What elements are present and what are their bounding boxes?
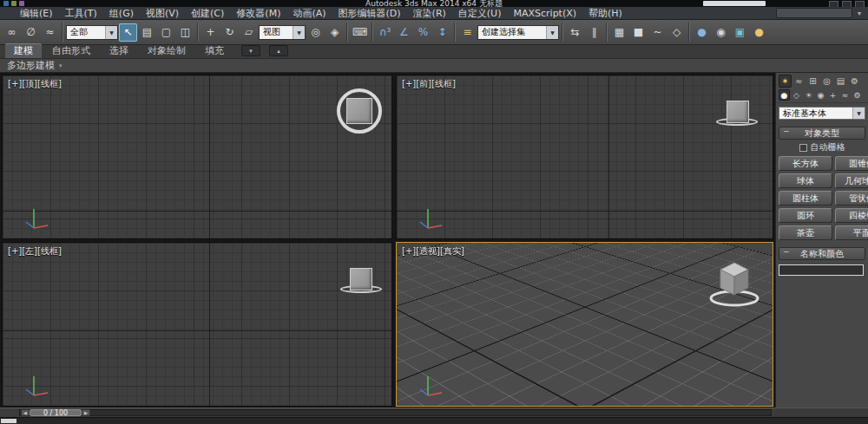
edit-named-sets-icon[interactable]: ≡ [458, 23, 477, 42]
button-sphere[interactable]: 球体 [779, 173, 832, 188]
bind-to-spacewarp-icon[interactable]: ≈ [41, 23, 59, 42]
viewport-label-top[interactable]: [+][顶][线框] [8, 78, 62, 90]
use-pivot-center-icon[interactable]: ◎ [306, 23, 325, 42]
menu-tools[interactable]: 工具(T) [59, 7, 103, 19]
menu-maxscript[interactable]: MAXScript(X) [507, 7, 582, 19]
scene-box-left[interactable] [350, 268, 372, 290]
rollout-object-type[interactable]: − 对象类型 [779, 127, 865, 140]
window-controls[interactable] [829, 1, 865, 7]
button-cone[interactable]: 圆锥体 [835, 156, 868, 171]
button-cylinder[interactable]: 圆柱体 [779, 191, 832, 205]
workspace-selector[interactable] [776, 8, 852, 18]
category-shapes[interactable]: ◇ [791, 89, 802, 101]
previous-frame-button[interactable]: ◀ [21, 409, 30, 416]
viewport-label-left[interactable]: [+][左][线框] [8, 245, 62, 258]
tab-modify[interactable]: ≈ [792, 75, 806, 88]
menu-graph-editors[interactable]: 图形编辑器(D) [332, 7, 407, 19]
category-lights[interactable]: ☀ [803, 89, 814, 101]
viewport-left[interactable]: [+][左][线框] [2, 242, 392, 407]
viewport-top[interactable]: [+][顶][线框] [2, 75, 392, 239]
angle-snap-icon[interactable]: ∠ [395, 23, 413, 42]
grid-axis [209, 243, 210, 406]
material-editor-icon[interactable]: ● [693, 23, 711, 42]
autogrid-checkbox[interactable] [799, 144, 807, 152]
spinner-snap-icon[interactable]: ↕ [433, 23, 451, 42]
tab-populate[interactable]: 填充 [196, 43, 233, 58]
button-torus[interactable]: 圆环 [779, 208, 832, 223]
mirror-icon[interactable]: ⇆ [566, 23, 584, 42]
keyboard-override-icon[interactable]: ⌨ [351, 23, 369, 42]
button-pyramid[interactable]: 四棱锥 [835, 208, 868, 223]
menu-help[interactable]: 帮助(H) [582, 7, 628, 19]
graphite-ribbon-toggle-icon[interactable]: ■ [629, 23, 648, 42]
tab-display[interactable]: ▤ [834, 75, 847, 88]
render-production-icon[interactable]: ● [750, 23, 768, 42]
menu-modifiers[interactable]: 修改器(M) [230, 7, 286, 19]
select-scale-icon[interactable]: ▱ [240, 23, 258, 42]
scene-box-front[interactable] [727, 101, 749, 123]
selection-filter-dropdown[interactable]: 全部 ▼ [66, 25, 118, 40]
category-geometry[interactable]: ● [779, 89, 790, 101]
button-plane[interactable]: 平面 [835, 225, 868, 240]
tab-hierarchy[interactable]: ⊞ [806, 75, 819, 88]
select-rotate-icon[interactable]: ↻ [220, 23, 239, 42]
category-cameras[interactable]: ◉ [815, 89, 826, 101]
rendered-frame-icon[interactable]: ▣ [731, 23, 749, 42]
coordinate-system-dropdown[interactable]: 视图 ▼ [259, 25, 306, 40]
render-setup-icon[interactable]: ◉ [712, 23, 730, 42]
menu-rendering[interactable]: 渲染(R) [407, 7, 452, 19]
button-geosphere[interactable]: 几何球体 [835, 173, 868, 188]
named-sets-dropdown[interactable]: 创建选择集 ▼ [477, 25, 559, 40]
workspace-dropdown-icon[interactable]: ▾ [858, 10, 861, 17]
object-name-field[interactable] [779, 264, 864, 276]
infocenter-search-box[interactable] [703, 1, 766, 6]
tab-selection[interactable]: 选择 [101, 43, 137, 58]
window-crossing-icon[interactable]: ◫ [176, 23, 194, 42]
layer-manager-icon[interactable]: ▦ [610, 23, 628, 42]
viewport-front[interactable]: [+][前][线框] [396, 75, 773, 239]
select-and-link-icon[interactable]: ∞ [3, 23, 21, 42]
tab-create[interactable]: ✶ [779, 75, 792, 88]
curve-editor-icon[interactable]: ~ [648, 23, 667, 42]
time-slider-handle[interactable]: 0 / 100 [30, 409, 82, 416]
button-tube[interactable]: 管状体 [835, 191, 868, 205]
align-icon[interactable]: ∥ [585, 23, 603, 42]
percent-snap-icon[interactable]: % [414, 23, 432, 42]
menu-views[interactable]: 视图(V) [140, 7, 185, 19]
time-slider-track[interactable] [19, 409, 772, 416]
button-teapot[interactable]: 茶壶 [779, 225, 832, 240]
tab-freeform[interactable]: 自由形式 [43, 43, 99, 58]
selection-region-icon[interactable]: ▢ [157, 23, 175, 42]
viewport-perspective[interactable]: [+][透视][真实] [396, 242, 773, 407]
ribbon-panel-polygon-modeling[interactable]: 多边形建模 [7, 59, 55, 72]
button-box[interactable]: 长方体 [779, 156, 832, 171]
next-frame-button[interactable]: ▶ [82, 409, 90, 416]
category-spacewarps[interactable]: ≈ [839, 89, 851, 101]
snap-toggle-icon[interactable]: ∩³ [376, 23, 394, 42]
scene-box-perspective[interactable] [716, 260, 753, 298]
schematic-view-icon[interactable]: ◇ [667, 23, 686, 42]
rollout-name-color[interactable]: − 名称和颜色 [779, 247, 865, 260]
unlink-selection-icon[interactable]: ∅ [22, 23, 40, 42]
select-by-name-icon[interactable]: ▤ [138, 23, 156, 42]
menu-group[interactable]: 组(G) [103, 7, 140, 19]
tab-utilities[interactable]: ⚙ [848, 75, 861, 88]
select-object-icon[interactable]: ↖ [119, 23, 137, 42]
viewport-label-perspective[interactable]: [+][透视][真实] [402, 245, 464, 258]
menu-customize[interactable]: 自定义(U) [452, 7, 508, 19]
tab-object-paint[interactable]: 对象绘制 [139, 43, 194, 58]
menu-animation[interactable]: 动画(A) [286, 7, 332, 19]
viewport-label-front[interactable]: [+][前][线框] [402, 78, 456, 90]
category-helpers[interactable]: + [827, 89, 838, 101]
menu-create[interactable]: 创建(C) [185, 7, 230, 19]
menu-edit[interactable]: 编辑(E) [14, 7, 59, 19]
select-move-icon[interactable]: + [201, 23, 220, 42]
select-manipulate-icon[interactable]: ◈ [326, 23, 344, 42]
tab-modeling[interactable]: 建模 [5, 43, 42, 58]
primitive-category-dropdown[interactable]: 标准基本体 ▼ [779, 107, 865, 120]
ribbon-minimize-button[interactable]: ▴ [269, 45, 288, 56]
scene-box-top[interactable] [346, 98, 372, 124]
ribbon-config-dropdown[interactable]: ▾ [241, 45, 260, 56]
category-systems[interactable]: ⚙ [852, 89, 863, 101]
tab-motion[interactable]: ◎ [820, 75, 833, 88]
